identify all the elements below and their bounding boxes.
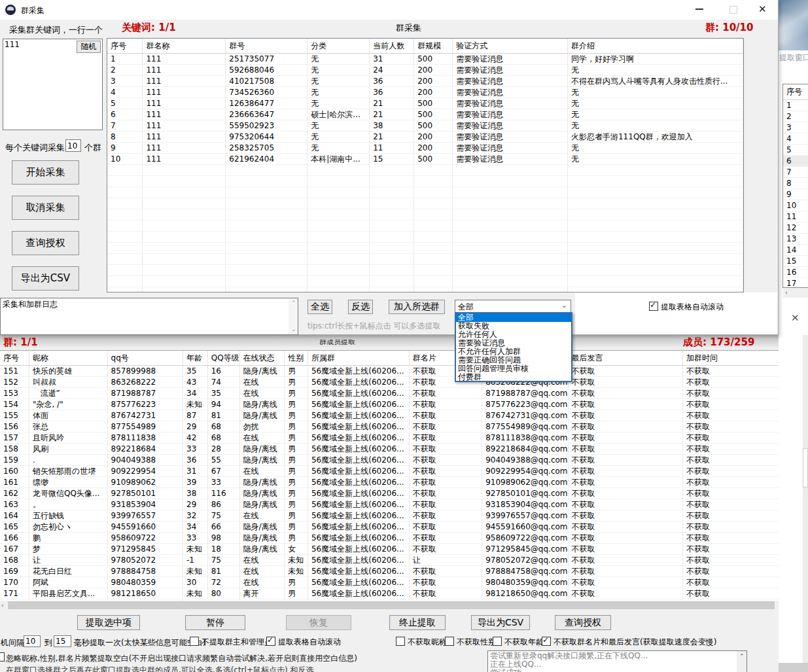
- checkbox-icon[interactable]: [396, 637, 405, 646]
- collect-log-scrollbar[interactable]: ⌃ ⌄: [289, 298, 298, 334]
- column-header[interactable]: 当前人数: [370, 39, 414, 54]
- table-row[interactable]: 3111410217508无36200需要验证消息不得在群内骂人斗嘴等具有人身攻…: [107, 76, 743, 87]
- member-table-hscrollbar[interactable]: ‹ ›: [0, 601, 792, 610]
- column-header[interactable]: 所属群: [307, 351, 409, 366]
- cb-no-owner-admin[interactable]: 不提取群主和管理员: [190, 637, 272, 648]
- column-header[interactable]: 加群时间: [683, 351, 792, 366]
- column-header[interactable]: 序号: [0, 351, 29, 366]
- table-row[interactable]: 153 流逝”8719887873435在线男56魔域全新上线(60206...…: [0, 388, 792, 399]
- side-index-row[interactable]: 8: [783, 178, 808, 189]
- scroll-down-icon[interactable]: ⌄: [291, 327, 296, 332]
- member-table[interactable]: 序号昵称qq号年龄QQ等级在线状态性别所属群群名片最后发言加群时间151快乐的英…: [0, 350, 792, 601]
- column-header[interactable]: 序号: [107, 39, 143, 54]
- table-row[interactable]: 2111592688046无24200需要验证消息无: [107, 65, 743, 76]
- table-row[interactable]: 157且听风吟8781118384268在线男56魔域全新上线(60206...…: [0, 433, 792, 444]
- export-csv-button-bottom[interactable]: 导出为CSV: [471, 615, 530, 630]
- table-row[interactable]: 169花无白日红978884758未知81在线未知56魔域全新上线(60206.…: [0, 566, 792, 577]
- column-header[interactable]: 在线状态: [239, 351, 285, 366]
- auth-button[interactable]: 查询授权: [12, 231, 79, 255]
- side-index-row[interactable]: 5: [783, 145, 808, 156]
- filter-option[interactable]: 回答问题管理员审核: [456, 364, 571, 373]
- side-index-row[interactable]: 15: [783, 256, 808, 267]
- table-row[interactable]: 164五行缺钱9399765573275在线男56魔域全新上线(60206...…: [0, 510, 792, 522]
- side-index-row[interactable]: 1: [783, 100, 808, 111]
- table-row[interactable]: 7111559502923无38500需要验证消息无: [107, 120, 743, 132]
- side-index-table[interactable]: 序号 123456789101112131415161718: [782, 84, 808, 288]
- table-row[interactable]: 163。9318539042986隐身/离线男56魔域全新上线(60206...…: [0, 499, 792, 510]
- table-row[interactable]: 162龙哥微信QQ头像...92785010138116隐身/离线男56魔域全新…: [0, 488, 792, 499]
- pause-button[interactable]: 暂停: [185, 615, 245, 630]
- scroll-up-icon[interactable]: ⌃: [291, 300, 296, 306]
- side-index-row[interactable]: 16: [783, 267, 808, 278]
- collect-log-box[interactable]: 采集和加群日志 ⌃ ⌄: [0, 298, 298, 335]
- filter-option[interactable]: 不允许任何人加群: [456, 347, 571, 356]
- back-window-scroll-thumb[interactable]: [803, 448, 808, 487]
- filter-option[interactable]: 允许任何人: [456, 330, 571, 339]
- side-index-row[interactable]: 13: [783, 234, 808, 245]
- side-index-row[interactable]: 2: [783, 111, 808, 122]
- table-row[interactable]: 167梦971295845未知18隐身/离线女56魔域全新上线(60206...…: [0, 544, 792, 555]
- interval-min-input[interactable]: [24, 635, 41, 647]
- verify-filter-dropdown[interactable]: 全部获取失败允许任何人需要验证消息不允许任何人加群需要正确回答问题回答问题管理员…: [455, 312, 572, 382]
- filter-option[interactable]: 获取失败: [456, 322, 571, 330]
- side-index-row[interactable]: 11: [783, 211, 808, 222]
- checkbox-icon[interactable]: [493, 637, 502, 646]
- join-selected-button[interactable]: 加入所选群: [389, 300, 445, 314]
- side-index-row[interactable]: 17: [783, 278, 808, 288]
- cb-autoscroll-bottom[interactable]: 提取表格自动滚动: [266, 637, 341, 648]
- table-row[interactable]: 168让978052072-175在线未知56魔域全新上线(60206...让9…: [0, 555, 792, 566]
- table-row[interactable]: [107, 232, 743, 243]
- hscroll-thumb[interactable]: [8, 601, 775, 609]
- column-header[interactable]: 最后发言: [568, 351, 683, 366]
- table-row[interactable]: [107, 198, 743, 209]
- table-row[interactable]: 10111621962404本科|湖南中...15500需要验证消息无: [107, 154, 743, 165]
- table-row[interactable]: 171平阳县启艺文具...981218650未知80离开男56魔域全新上线(60…: [0, 588, 792, 599]
- cancel-collect-button[interactable]: 取消采集: [12, 196, 79, 220]
- status-log-line[interactable]: 尝试成功: [490, 669, 747, 672]
- checkbox-icon[interactable]: [445, 637, 454, 646]
- table-row[interactable]: 6111236663647硕士|哈尔滨...21500需要验证消息无: [107, 109, 743, 120]
- titlebar[interactable]: 群采集 ✕: [0, 0, 778, 20]
- chevron-down-icon[interactable]: ⌄: [561, 301, 567, 309]
- table-row[interactable]: [107, 276, 743, 287]
- status-log-box[interactable]: 尝试重新登录qq解决接口频繁,正在下线QQ...正在上线QQ...尝试成功 ⌃: [487, 650, 747, 672]
- cb-autoscroll-top[interactable]: 提取表格自动滚动: [649, 302, 724, 313]
- cb-no-nickname[interactable]: 不获取昵称: [396, 637, 447, 648]
- table-row[interactable]: [107, 243, 743, 254]
- column-header[interactable]: 年龄: [183, 351, 208, 366]
- table-row[interactable]: 156张总8775549892968勿扰男56魔域全新上线(60206...不获…: [0, 421, 792, 433]
- side-index-row[interactable]: 12: [783, 222, 808, 234]
- per-keyword-count-input[interactable]: [65, 139, 81, 152]
- table-row[interactable]: 154"杂念, /"875776223未知94隐身/离线男56魔域全新上线(60…: [0, 399, 792, 410]
- column-header[interactable]: 群名称: [143, 39, 226, 54]
- auth-button-bottom[interactable]: 查询授权: [555, 615, 611, 630]
- side-hscrollbar[interactable]: ‹: [783, 288, 808, 298]
- table-row[interactable]: [107, 165, 743, 176]
- checkbox-icon[interactable]: [190, 637, 199, 646]
- column-header[interactable]: 分类: [307, 39, 370, 54]
- table-row[interactable]: 166鹏9586097223398隐身/离线男56魔域全新上线(60206...…: [0, 533, 792, 544]
- status-log-line[interactable]: 正在上线QQ...: [490, 660, 747, 669]
- column-header[interactable]: 昵称: [29, 351, 107, 366]
- table-row[interactable]: 159.9040493883655隐身/离线男56魔域全新上线(60206...…: [0, 455, 792, 466]
- resume-button[interactable]: 恢复: [286, 615, 351, 630]
- interval-max-input[interactable]: [54, 635, 71, 647]
- column-header[interactable]: 群号: [226, 39, 307, 54]
- side-index-row[interactable]: 4: [783, 133, 808, 145]
- table-row[interactable]: 151快乐的英雄8578999883516隐身/离线男56魔域全新上线(6020…: [0, 366, 792, 377]
- checkbox-checked-icon[interactable]: [266, 637, 275, 646]
- cb-no-age[interactable]: 不获取年龄: [493, 637, 544, 648]
- table-row[interactable]: [107, 209, 743, 221]
- table-row[interactable]: 170阿斌9804803593072在线男56魔域全新上线(60206...不获…: [0, 577, 792, 588]
- panel-close-icon[interactable]: ✕: [791, 312, 799, 324]
- filter-option[interactable]: 全部: [456, 313, 571, 322]
- table-row[interactable]: 152叫叔叔8632682224374在线男56魔域全新上线(60206...不…: [0, 377, 792, 388]
- table-row[interactable]: 9111258325705无11200需要验证消息无: [107, 143, 743, 154]
- filter-option[interactable]: 需要验证消息: [456, 339, 571, 347]
- table-row[interactable]: 160销矢恠那雨の世堺9092299543167在线男56魔域全新上线(6020…: [0, 466, 792, 477]
- table-row[interactable]: [107, 265, 743, 276]
- table-row[interactable]: [107, 287, 743, 293]
- side-index-row[interactable]: 10: [783, 200, 808, 211]
- close-icon[interactable]: ✕: [758, 3, 767, 15]
- column-header[interactable]: qq号: [107, 351, 183, 366]
